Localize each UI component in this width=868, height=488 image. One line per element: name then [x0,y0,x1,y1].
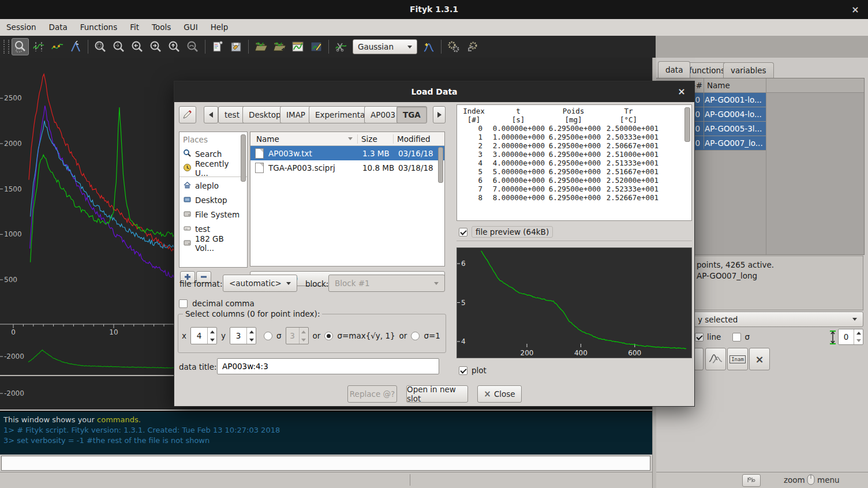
place-home[interactable]: aleplo [179,178,247,193]
statusbar-menu-label[interactable]: menu [817,475,840,485]
places-scrollbar[interactable] [241,134,246,182]
preview-scrollbar[interactable] [684,107,690,142]
place-desktop[interactable]: Desktop [179,193,247,207]
sigma-checkbox[interactable] [732,333,741,341]
place-volume[interactable]: 182 GB Vol... [179,236,247,250]
open-in-new-slot-button[interactable]: Open in new slot [406,385,468,403]
command-input[interactable] [1,456,650,471]
show-names-button[interactable]: Inam [727,348,748,370]
load-data-button[interactable] [252,38,270,55]
column-header-name[interactable]: Name [250,134,348,144]
preview-units-row: [#] [s] [mg] [°C] [457,115,691,124]
tab-label: variables [731,66,766,75]
glyphs-icon [747,476,756,485]
statusbar-zoom-label[interactable]: zoom [784,475,805,485]
nav-forward-button[interactable] [433,106,446,123]
menu-session[interactable]: Session [0,19,43,36]
x-column-stepper[interactable]: 4 [190,327,217,344]
sigma-one-radio[interactable] [411,332,420,340]
plot-both-button[interactable] [705,348,726,370]
sigma-column-radio[interactable] [264,332,272,340]
gui-config-button[interactable] [227,38,245,55]
load-data-append-button[interactable] [271,38,288,55]
menu-tools[interactable]: Tools [145,19,177,36]
or-label: or [399,331,407,340]
zoom-up-button[interactable] [166,38,183,55]
peak-draw-mode-button[interactable] [67,38,84,55]
place-label: Search [195,149,222,159]
column-header-name[interactable]: Name [702,81,730,90]
plot-options-row: line σ [695,332,750,341]
fit-run-button[interactable] [445,38,462,55]
delete-dataset-button[interactable]: × [749,348,770,370]
preview-unit: [mg] [546,115,601,124]
place-file-system[interactable]: File System [179,207,247,222]
search-icon [183,149,192,159]
data-export-button[interactable] [289,38,306,55]
window-close-icon[interactable]: × [847,0,863,19]
cell: 6.29500e+000 [545,141,601,150]
zoom-right-button[interactable] [147,38,164,55]
menu-gui[interactable]: GUI [177,19,204,36]
plot-checkbox[interactable] [459,366,467,375]
data-editor-button[interactable] [308,38,325,55]
y-column-stepper[interactable]: 3 [230,327,256,344]
tab-label: data [665,65,683,74]
cell: 7 [457,185,482,193]
sigma-max-radio[interactable] [324,332,333,340]
point-size-stepper[interactable]: 0 [838,329,863,345]
range-mode-button[interactable] [30,38,47,55]
stepper-arrows[interactable] [207,328,216,344]
file-format-combo[interactable]: <automatic> [223,275,297,292]
crumb-label: Desktop [249,110,281,119]
peak-type-combo[interactable]: Gaussian [353,39,417,54]
tab-variables[interactable]: variables [723,62,774,78]
menu-fit[interactable]: Fit [124,19,145,36]
column-header-modified[interactable]: Modified [393,134,437,144]
cell: 4 [457,159,482,167]
toolbar-grip[interactable] [3,40,9,54]
chevron-down-icon [407,46,412,48]
stepper-arrows[interactable] [246,328,256,344]
script-edit-button[interactable] [209,38,226,55]
file-preview-checkbox[interactable] [459,228,467,237]
dialog-close-icon[interactable]: × [675,81,689,102]
config-mini-button[interactable] [742,474,761,487]
hidden-tool-button[interactable] [694,348,704,370]
zoom-left-button[interactable] [129,38,146,55]
add-peak-button[interactable] [420,38,437,55]
svg-text:400: 400 [574,349,588,357]
config-save-icon [229,40,243,54]
zoom-previous-button[interactable] [184,38,201,55]
menu-data[interactable]: Data [43,19,74,36]
column-header-size[interactable]: Size [357,134,393,144]
fit-undo-button[interactable] [463,38,481,55]
zoom-vertical-button[interactable] [110,38,128,55]
line-checkbox[interactable] [695,333,704,341]
data-transform-button[interactable] [332,38,350,55]
file-preview-text: Index t Poids Tr [#] [s] [mg] [°C] 00.00… [457,104,692,221]
close-button[interactable]: × Close [477,385,522,403]
tab-data[interactable]: data [658,61,690,78]
place-recent[interactable]: Recently U... [179,161,247,175]
file-row-ap003w[interactable]: AP003w.txt 1.3 MB 03/16/18 [250,146,444,160]
file-size: 10.8 MB [362,163,398,172]
file-name: TGA-AP003.sciprj [264,163,362,172]
type-location-button[interactable] [179,106,196,123]
decimal-comma-checkbox[interactable] [179,299,188,308]
nav-back-button[interactable] [204,106,218,123]
stepper-arrows[interactable] [854,329,863,344]
path-crumb-imap[interactable]: IMAP [280,106,312,123]
path-crumb-tga-current[interactable]: TGA [396,106,427,123]
menu-functions[interactable]: Functions [74,19,124,36]
point-mode-button[interactable] [48,38,66,55]
zoom-all-button[interactable] [92,38,109,55]
path-crumb-test[interactable]: test [218,106,246,123]
file-list-scrollbar[interactable] [438,147,443,183]
window-title: Fityk 1.3.1 [410,5,458,14]
file-row-tga-ap003[interactable]: TGA-AP003.sciprj 10.8 MB 03/18/18 [250,160,444,175]
data-title-input[interactable] [217,358,439,374]
zoom-mode-button[interactable] [12,38,29,55]
fityk-window: Fityk 1.3.1 × Session Data Functions Fit… [0,0,868,488]
menu-help[interactable]: Help [204,19,235,36]
